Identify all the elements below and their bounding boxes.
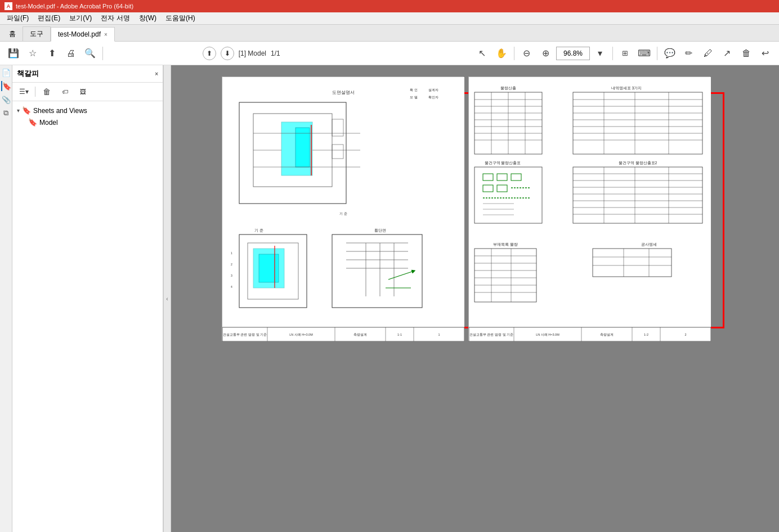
separator-4 (657, 47, 657, 60)
bookmarks-panel: 책갈피 × ☰▾ 🗑 🏷 🖼 ▾ 🔖 Sheets and Views 🔖 Mo… (12, 65, 163, 532)
bookmarks-toolbar: ☰▾ 🗑 🏷 🖼 (12, 83, 163, 101)
sidebar-icon-attachment[interactable]: 📎 (1, 94, 11, 105)
fit-page-btn[interactable]: ⊞ (616, 44, 634, 62)
collapse-handle[interactable]: ‹ (163, 65, 171, 532)
bm-tag-btn[interactable]: 🏷 (57, 85, 73, 98)
tab-tools-label: 도구 (30, 29, 43, 39)
bookmark-add-btn[interactable]: ☆ (24, 44, 42, 62)
upload-btn[interactable]: ⬆ (43, 44, 61, 62)
menu-esign[interactable]: 전자 서명 (96, 12, 134, 24)
bm-list-btn[interactable]: ☰▾ (16, 85, 32, 98)
svg-text:공사명세: 공사명세 (641, 242, 657, 247)
svg-text:설계자: 설계자 (428, 88, 438, 92)
separator-2 (514, 47, 514, 60)
sidebar-icons: 📄 🔖 📎 ⧉ (0, 65, 12, 532)
svg-text:도면설명서: 도면설명서 (332, 90, 355, 95)
bookmark-item-icon: 🔖 (28, 118, 37, 127)
comment-btn[interactable]: 💬 (661, 44, 679, 62)
bm-delete-btn[interactable]: 🗑 (39, 85, 55, 98)
svg-text:물량산출: 물량산출 (500, 86, 516, 90)
svg-text:측량설계: 측량설계 (353, 333, 367, 336)
tab-tools[interactable]: 도구 (23, 26, 51, 41)
toolbar: 💾 ☆ ⬆ 🖨 🔍 ⬆ ⬇ [1] Model 1/1 ↖ ✋ ⊖ ⊕ 96.8… (0, 42, 779, 65)
toolbar-center: ⬆ ⬇ [1] Model 1/1 (203, 47, 280, 60)
sidebar-icon-bookmark[interactable]: 🔖 (1, 81, 11, 91)
svg-text:3: 3 (231, 274, 232, 277)
bookmarks-content: ▾ 🔖 Sheets and Views 🔖 Model (12, 101, 163, 532)
bm-sep-1 (35, 87, 35, 97)
print-btn[interactable]: 🖨 (62, 44, 80, 62)
svg-text:1-2: 1-2 (644, 333, 648, 336)
svg-text:모 델: 모 델 (410, 96, 418, 99)
sheets-and-views-label: Sheets and Views (33, 107, 87, 115)
next-page-btn[interactable]: ⬇ (221, 47, 234, 60)
svg-text:4: 4 (231, 285, 232, 288)
svg-text:1: 1 (231, 251, 232, 255)
svg-text:2: 2 (684, 333, 686, 336)
sidebar-icon-page[interactable]: 📄 (1, 67, 11, 78)
tab-close-btn[interactable]: × (104, 31, 108, 38)
zoom-in-btn[interactable]: ⊕ (537, 44, 555, 62)
title-bar: A test-Model.pdf - Adobe Acrobat Pro (64… (0, 0, 779, 12)
svg-rect-22 (259, 254, 279, 282)
svg-text:건설교통부 관련 법령 및 기준: 건설교통부 관련 법령 및 기준 (469, 333, 513, 336)
pdf-content: 도면설명서 확 인 설계자 모 델 확인자 (222, 76, 728, 341)
app-icon: A (5, 2, 12, 10)
tab-home[interactable]: 홈 (2, 26, 23, 41)
search-btn[interactable]: 🔍 (81, 44, 99, 62)
svg-text:횡단면: 횡단면 (374, 228, 386, 232)
svg-text:내역명세표 3가지: 내역명세표 3가지 (611, 86, 642, 91)
svg-text:건설교통부 관련 법령 및 기준: 건설교통부 관련 법령 및 기준 (223, 333, 267, 336)
zoom-value: 96.8% (563, 49, 583, 57)
pdf-page-2: 물량산출 (468, 76, 710, 341)
bm-image-btn[interactable]: 🖼 (75, 85, 91, 98)
svg-text:LN 사례 H=3.0M: LN 사례 H=3.0M (536, 333, 559, 336)
tab-bar: 홈 도구 test-Model.pdf × (0, 25, 779, 42)
svg-text:물건구역 물량산출표2: 물건구역 물량산출표2 (619, 161, 657, 165)
menu-view[interactable]: 보기(V) (65, 12, 96, 24)
bookmarks-close-btn[interactable]: × (155, 71, 158, 77)
svg-text:부재목록 물량: 부재목록 물량 (493, 242, 518, 247)
title-text: test-Model.pdf - Adobe Acrobat Pro (64-b… (16, 3, 133, 10)
zoom-dropdown-btn[interactable]: ▾ (591, 44, 609, 62)
pdf-area[interactable]: 도면설명서 확 인 설계자 모 델 확인자 (171, 65, 779, 532)
menu-edit[interactable]: 편집(E) (33, 12, 65, 24)
tab-filename: test-Model.pdf (58, 30, 101, 38)
svg-text:LN 사례 H=3.0M: LN 사례 H=3.0M (289, 333, 313, 336)
page-number: 1/1 (271, 49, 280, 57)
sidebar-icon-layers[interactable]: ⧉ (1, 108, 11, 118)
main-layout: 📄 🔖 📎 ⧉ 책갈피 × ☰▾ 🗑 🏷 🖼 ▾ 🔖 Sheets and Vi… (0, 65, 779, 532)
zoom-display: 96.8% (556, 47, 590, 60)
save-btn[interactable]: 💾 (5, 44, 23, 62)
delete-btn[interactable]: 🗑 (737, 44, 755, 62)
svg-text:확 인: 확 인 (410, 88, 418, 92)
keyboard-btn[interactable]: ⌨ (635, 44, 653, 62)
menu-file[interactable]: 파일(F) (2, 12, 33, 24)
menu-help[interactable]: 도움말(H) (161, 12, 200, 24)
page-pair: 도면설명서 확 인 설계자 모 델 확인자 (222, 76, 728, 341)
undo-btn[interactable]: ↩ (756, 44, 774, 62)
svg-rect-9 (296, 128, 310, 167)
bookmark-item-model[interactable]: 🔖 Model (12, 116, 163, 128)
bookmark-group-sheets[interactable]: ▾ 🔖 Sheets and Views (12, 105, 163, 116)
pen-btn[interactable]: ✏ (680, 44, 698, 62)
model-label: Model (39, 119, 58, 127)
share-btn[interactable]: ↗ (718, 44, 736, 62)
tab-pdf[interactable]: test-Model.pdf × (51, 27, 115, 42)
svg-text:확인자: 확인자 (428, 96, 438, 99)
prev-page-btn[interactable]: ⬆ (203, 47, 216, 60)
hand-tool-btn[interactable]: ✋ (493, 44, 511, 62)
chevron-down-icon: ▾ (17, 107, 20, 114)
bookmarks-header: 책갈피 × (12, 65, 163, 83)
menu-window[interactable]: 창(W) (135, 12, 161, 24)
cursor-tool-btn[interactable]: ↖ (473, 44, 491, 62)
page1-drawing: 도면설명서 확 인 설계자 모 델 확인자 (222, 77, 464, 341)
highlight-btn[interactable]: 🖊 (699, 44, 717, 62)
svg-rect-0 (222, 77, 464, 341)
menu-bar: 파일(F) 편집(E) 보기(V) 전자 서명 창(W) 도움말(H) (0, 12, 779, 25)
page-info: [1] Model (239, 49, 266, 57)
svg-text:1: 1 (438, 333, 440, 336)
bookmark-icon: 🔖 (22, 106, 31, 115)
svg-text:기 준: 기 준 (339, 212, 347, 215)
zoom-out-btn[interactable]: ⊖ (518, 44, 536, 62)
